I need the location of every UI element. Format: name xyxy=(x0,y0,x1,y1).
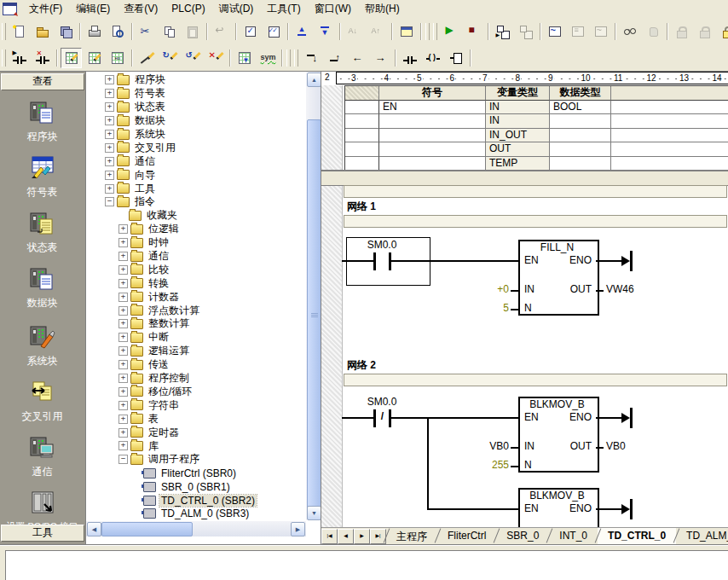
line-down-button[interactable] xyxy=(301,48,322,68)
menu-item-0[interactable]: 文件(F) xyxy=(22,0,69,19)
splitter[interactable] xyxy=(321,170,728,186)
pou-tab-sbr-0[interactable]: SBR_0 xyxy=(496,528,549,544)
tree-item-table[interactable]: +表 xyxy=(86,412,305,426)
tree-expander[interactable]: + xyxy=(118,441,128,450)
fill-n-n-value[interactable]: 5 xyxy=(483,303,509,314)
scroll-right-button[interactable]: ▶ xyxy=(291,522,305,536)
var-table-cell-extra[interactable] xyxy=(611,114,728,129)
tree-item-float-math[interactable]: +浮点数计算 xyxy=(86,304,305,317)
menu-item-5[interactable]: 工具(T) xyxy=(260,0,307,19)
tree-expander[interactable]: + xyxy=(105,116,114,125)
menu-item-1[interactable]: 编辑(E) xyxy=(69,0,117,19)
cut-button[interactable] xyxy=(136,21,157,42)
insert-contact-button[interactable] xyxy=(399,48,420,68)
blkmov-b-1-n-value[interactable]: 255 xyxy=(479,460,509,471)
var-table-cell-var-type[interactable]: IN xyxy=(486,101,550,115)
tree-item-communications[interactable]: +通信 xyxy=(86,154,305,168)
tree-item-logic-ops[interactable]: +逻辑运算 xyxy=(86,345,305,358)
chart-status-button[interactable] xyxy=(544,21,565,42)
open-folder-button[interactable] xyxy=(32,21,53,42)
pen-ccw-button[interactable] xyxy=(182,48,203,68)
pen-cw-button[interactable] xyxy=(159,48,180,68)
tree-expander[interactable]: + xyxy=(118,319,128,328)
var-table-cell-data-type[interactable] xyxy=(550,142,611,157)
toolbar-grip[interactable] xyxy=(2,23,6,40)
menu-item-4[interactable]: 调试(D) xyxy=(212,0,261,19)
tree-item-sbr-0[interactable]: SBR_0 (SBR1) xyxy=(86,480,305,494)
scroll-left-button[interactable]: ◀ xyxy=(87,522,101,536)
network-1-comment-bar[interactable] xyxy=(344,215,727,228)
tree-expander[interactable]: + xyxy=(105,171,114,180)
blkmov-b-1-in-value[interactable]: VB0 xyxy=(479,441,509,452)
toolbar-grip[interactable] xyxy=(433,23,437,40)
line-right-button[interactable] xyxy=(370,48,391,68)
line-left-button[interactable] xyxy=(347,48,368,68)
tree-item-cross-reference[interactable]: +交叉引用 xyxy=(86,141,305,154)
tree-item-status-chart[interactable]: +状态表 xyxy=(86,101,305,114)
insert-coil-button[interactable] xyxy=(422,48,443,68)
var-table-cell-data-type[interactable]: BOOL xyxy=(550,101,611,115)
tools-bar-button[interactable]: 工具 xyxy=(1,525,84,542)
sidebar-item-cross-reference[interactable]: 交叉引用 xyxy=(0,378,84,424)
var-table-cell-data-type[interactable] xyxy=(550,157,611,171)
tab-nav-button-1[interactable]: ◀ xyxy=(338,529,354,544)
tree-item-favorites[interactable]: 收藏夹 xyxy=(86,209,305,223)
toolbar-grip[interactable] xyxy=(425,23,430,40)
fill-n-in-value[interactable]: +0 xyxy=(483,284,509,295)
view-table-button[interactable] xyxy=(107,48,128,68)
var-table-cell-var-type[interactable]: OUT xyxy=(486,142,550,157)
pen-delete-button[interactable] xyxy=(205,48,226,68)
tree-item-shift-rotate[interactable]: +移位/循环 xyxy=(86,385,305,398)
tree-expander[interactable]: + xyxy=(118,265,128,275)
menu-item-7[interactable]: 帮助(H) xyxy=(358,0,407,19)
var-table-cell-extra[interactable] xyxy=(611,157,728,171)
options-button[interactable] xyxy=(396,21,417,42)
glasses-button[interactable] xyxy=(619,21,640,42)
var-table-cell-data-type[interactable] xyxy=(550,129,611,143)
tree-expander[interactable]: + xyxy=(118,238,128,247)
upload-button[interactable] xyxy=(292,21,313,42)
tree-expander[interactable]: + xyxy=(118,360,128,369)
tree-item-int-math[interactable]: +整数计算 xyxy=(86,317,305,331)
print-preview-button[interactable] xyxy=(107,21,128,42)
sidebar-item-program-block[interactable]: 程序块 xyxy=(0,98,84,144)
tree-expander[interactable]: + xyxy=(118,387,128,397)
tree-item-comm[interactable]: +通信 xyxy=(86,250,305,264)
tree-item-sbr-td-ctrl-0[interactable]: TD_CTRL_0 (SBR2) xyxy=(86,494,305,508)
tree-item-program-control[interactable]: +程序控制 xyxy=(86,372,305,386)
tree-expander[interactable]: + xyxy=(118,252,128,261)
sym-down-button[interactable] xyxy=(234,48,255,68)
tree-expander[interactable]: + xyxy=(105,143,114,153)
download-button[interactable] xyxy=(315,21,336,42)
pen-line-button[interactable] xyxy=(136,48,157,68)
tree-item-move[interactable]: +传送 xyxy=(86,358,305,372)
tree-item-clock[interactable]: +时钟 xyxy=(86,236,305,250)
var-table-cell-symbol[interactable] xyxy=(379,157,486,171)
tree-expander[interactable]: + xyxy=(118,401,128,410)
tree-expander[interactable]: + xyxy=(118,293,128,302)
tree-hscroll-thumb[interactable] xyxy=(101,522,193,536)
save-all-button[interactable] xyxy=(55,21,76,42)
contact-bar[interactable] xyxy=(373,252,376,270)
copy-button[interactable] xyxy=(159,21,180,42)
contact-stop-button[interactable] xyxy=(32,48,53,68)
tree-vertical-scrollbar[interactable]: ▲ ▼ xyxy=(306,72,321,520)
tree-item-compare[interactable]: +比较 xyxy=(86,263,305,276)
tree-expander[interactable]: + xyxy=(105,102,114,112)
toolbar-grip[interactable] xyxy=(294,49,298,67)
menu-item-3[interactable]: PLC(P) xyxy=(165,1,211,17)
var-table-row-header[interactable] xyxy=(345,101,379,115)
tree-item-timers[interactable]: +定时器 xyxy=(86,426,305,439)
tree-expander[interactable]: + xyxy=(105,75,114,84)
pou-tab-int-0[interactable]: INT_0 xyxy=(549,528,598,544)
line-up-button[interactable] xyxy=(324,48,345,68)
tree-item-counters[interactable]: +计数器 xyxy=(86,290,305,304)
contact-run-button[interactable] xyxy=(9,48,30,68)
tree-item-tools[interactable]: +工具 xyxy=(86,182,305,195)
tree-item-program-block[interactable]: +程序块 xyxy=(86,73,305,87)
tree-expander[interactable]: + xyxy=(105,130,114,139)
sidebar-item-data-block[interactable]: 数据块 xyxy=(0,264,84,310)
tree-expander[interactable]: + xyxy=(118,306,128,316)
tab-nav-button-0[interactable]: |◀ xyxy=(321,529,338,544)
view-ladder-button[interactable] xyxy=(61,48,82,68)
